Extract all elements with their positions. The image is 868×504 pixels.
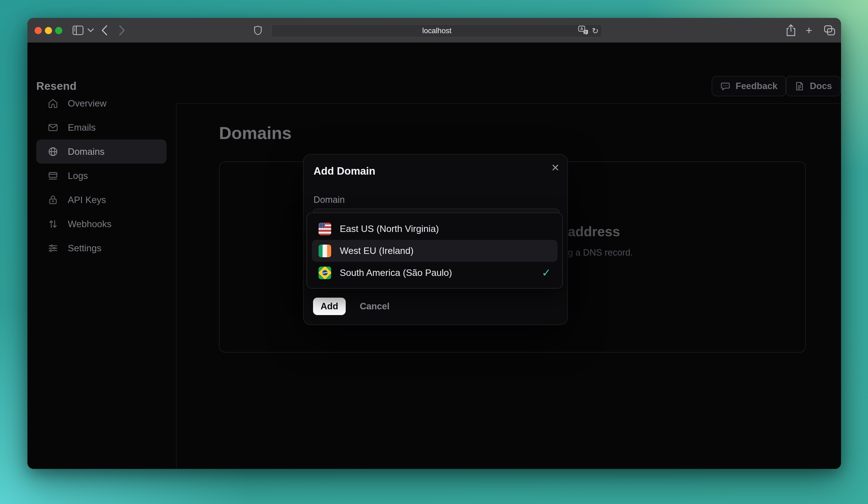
- sidebar-item-label: Emails: [68, 122, 96, 133]
- mail-icon: [48, 122, 58, 133]
- chat-bubble-icon: [720, 81, 730, 91]
- globe-icon: [48, 147, 58, 157]
- sidebar-item-webhooks[interactable]: Webhooks: [36, 212, 166, 236]
- sidebar-item-emails[interactable]: Emails: [36, 115, 166, 140]
- browser-toolbar: localhost A 文 ↻ +: [28, 18, 841, 43]
- shield-icon[interactable]: [254, 26, 262, 35]
- region-dropdown: East US (North Virginia) West EU (Irelan…: [307, 213, 563, 289]
- sidebar-item-label: Webhooks: [68, 219, 112, 229]
- card-text-fragment: g a DNS record.: [568, 248, 633, 258]
- share-icon[interactable]: [786, 24, 796, 37]
- domain-field-label: Domain: [313, 195, 345, 205]
- svg-text:文: 文: [584, 30, 587, 34]
- sidebar-nav: Overview Emails Domains Logs: [36, 91, 166, 260]
- lock-icon: [48, 195, 58, 205]
- new-tab-icon[interactable]: +: [806, 25, 812, 36]
- traffic-light-zoom[interactable]: [55, 27, 62, 34]
- traffic-light-close[interactable]: [34, 27, 42, 34]
- feedback-button[interactable]: Feedback: [712, 76, 786, 96]
- resend-logo: Resend: [36, 80, 76, 92]
- sidebar-item-label: API Keys: [68, 195, 106, 205]
- forward-icon[interactable]: [118, 25, 125, 36]
- sidebar-item-overview[interactable]: Overview: [36, 91, 166, 115]
- add-domain-modal: Add Domain × Domain East US (North Virgi…: [303, 154, 568, 325]
- logs-icon: [48, 171, 58, 181]
- address-url: localhost: [422, 27, 452, 35]
- modal-title: Add Domain: [313, 165, 375, 177]
- reload-icon[interactable]: ↻: [592, 27, 599, 35]
- docs-button[interactable]: Docs: [786, 76, 840, 96]
- sidebar-item-label: Overview: [68, 98, 107, 109]
- page-title: Domains: [219, 123, 291, 143]
- card-heading-fragment: address: [568, 224, 620, 239]
- region-label: West EU (Ireland): [340, 245, 413, 256]
- arrows-up-down-icon: [48, 219, 58, 229]
- add-button[interactable]: Add: [313, 298, 346, 315]
- traffic-light-minimize[interactable]: [45, 27, 52, 34]
- address-bar[interactable]: localhost A 文 ↻: [271, 24, 602, 37]
- sidebar-item-label: Logs: [68, 171, 88, 181]
- browser-window: localhost A 文 ↻ +: [28, 18, 841, 469]
- tab-overview-icon[interactable]: [824, 25, 835, 36]
- sidebar-item-label: Domains: [68, 147, 104, 157]
- svg-text:A: A: [580, 27, 583, 31]
- home-icon: [48, 98, 58, 109]
- region-option-east-us[interactable]: East US (North Virginia): [312, 218, 558, 240]
- app-content: Resend Overview Emails Domains: [28, 42, 841, 469]
- region-label: East US (North Virginia): [340, 224, 439, 234]
- region-label: South America (São Paulo): [340, 268, 452, 278]
- region-option-west-eu[interactable]: West EU (Ireland): [312, 240, 558, 262]
- cancel-button[interactable]: Cancel: [360, 298, 390, 315]
- chevron-down-icon[interactable]: [87, 28, 94, 32]
- sidebar-item-api-keys[interactable]: API Keys: [36, 188, 166, 212]
- sliders-icon: [48, 243, 58, 253]
- sidebar-item-domains[interactable]: Domains: [36, 140, 166, 164]
- close-icon[interactable]: ×: [551, 161, 559, 174]
- sidebar-item-label: Settings: [68, 243, 101, 253]
- docs-label: Docs: [810, 81, 832, 91]
- feedback-label: Feedback: [736, 81, 777, 91]
- sidebar-item-logs[interactable]: Logs: [36, 164, 166, 188]
- sidebar-toggle-icon[interactable]: [73, 26, 83, 35]
- brazil-flag-icon: [319, 266, 331, 279]
- ireland-flag-icon: [319, 245, 331, 257]
- document-icon: [795, 81, 805, 91]
- us-flag-icon: [319, 223, 331, 235]
- header-divider: [176, 103, 841, 104]
- check-icon: ✓: [541, 266, 551, 279]
- sidebar-divider: [176, 103, 177, 469]
- translate-icon[interactable]: A 文: [578, 26, 588, 36]
- back-icon[interactable]: [101, 25, 108, 36]
- region-option-south-america[interactable]: South America (São Paulo) ✓: [312, 262, 558, 284]
- sidebar-item-settings[interactable]: Settings: [36, 236, 166, 260]
